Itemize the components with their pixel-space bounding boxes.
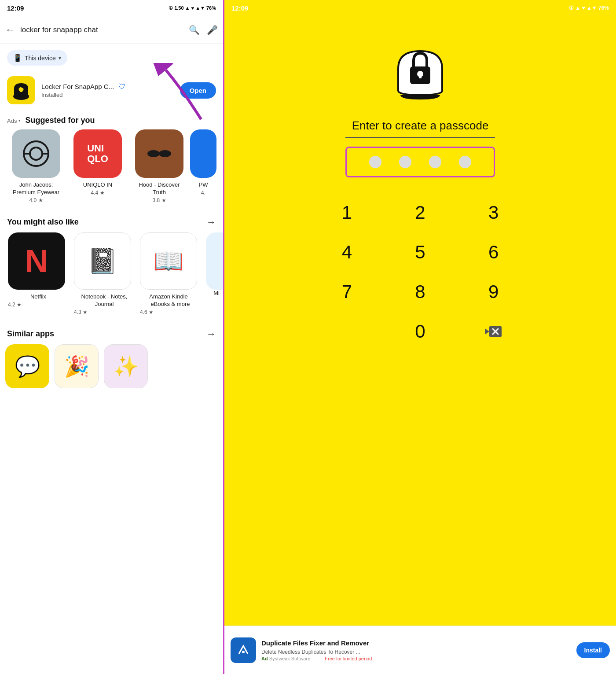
similar-app-2[interactable]: 🎉 xyxy=(55,344,99,388)
icon-mi xyxy=(206,232,223,290)
app-card-rating-netflix: 4.2 ★ xyxy=(8,302,69,308)
svg-point-9 xyxy=(147,150,160,157)
svg-point-19 xyxy=(242,651,245,653)
numpad-row-4: 0 xyxy=(310,314,530,349)
app-card-uniqlo[interactable]: UNIQLO UNIQLO IN 4.4 ★ xyxy=(67,129,128,209)
key-7[interactable]: 7 xyxy=(318,274,375,309)
verified-badge: 🛡 xyxy=(118,83,125,90)
suggested-apps-grid: John Jacobs:Premium Eyewear 4.0 ★ UNIQLO… xyxy=(0,129,223,209)
open-button[interactable]: Open xyxy=(180,82,216,99)
similar-section-header: Similar apps → xyxy=(0,320,223,344)
app-icon-locker xyxy=(7,76,35,104)
left-time: 12:09 xyxy=(7,4,24,12)
filter-label: This device xyxy=(25,55,56,62)
chevron-down-icon: ▾ xyxy=(59,55,61,61)
app-card-kindle[interactable]: 📖 Amazon Kindle -eBooks & more 4.6 ★ xyxy=(137,232,203,320)
suggested-section-header: Ads • Suggested for you xyxy=(0,109,223,129)
app-card-mi[interactable]: Mi xyxy=(203,232,223,320)
you-might-apps-grid: N Netflix 4.2 ★ 📓 Notebook - Notes,Journ… xyxy=(0,232,223,320)
app-info: Locker For SnapApp C... 🛡 Installed xyxy=(41,83,174,98)
similar-app-3[interactable]: ✨ xyxy=(104,344,148,388)
left-status-icons: ① 1.50 ▲ ♥ ▲▼ 76% xyxy=(169,5,216,11)
app-card-rating-jj: 4.0 ★ xyxy=(29,197,43,203)
svg-point-10 xyxy=(159,150,171,157)
similar-apps-area: 💬 🎉 ✨ xyxy=(0,344,223,388)
app-card-notebook[interactable]: 📓 Notebook - Notes,Journal 4.3 ★ xyxy=(71,232,137,320)
icon-netflix: N xyxy=(8,232,65,290)
app-card-name-netflix: Netflix xyxy=(8,293,69,301)
similar-app-1[interactable]: 💬 xyxy=(5,344,49,388)
app-card-rating-uniqlo: 4.4 ★ xyxy=(91,190,104,196)
icon-pw xyxy=(190,129,216,178)
app-card-netflix[interactable]: N Netflix 4.2 ★ xyxy=(5,232,71,320)
search-bar: ← locker for snapapp chat 🔍 🎤 xyxy=(0,16,223,44)
install-button[interactable]: Install xyxy=(576,642,610,658)
key-3[interactable]: 3 xyxy=(465,195,522,230)
mic-icon[interactable]: 🎤 xyxy=(207,25,218,35)
passcode-title: Enter to create a passcode xyxy=(352,119,489,133)
similar-arrow[interactable]: → xyxy=(206,328,216,340)
icon-notebook: 📓 xyxy=(74,232,131,290)
ad-info: Duplicate Files Fixer and Remover Delete… xyxy=(261,639,571,661)
app-card-rating-hood: 3.8 ★ xyxy=(152,197,166,203)
key-8[interactable]: 8 xyxy=(392,274,449,309)
app-card-rating-notebook: 4.3 ★ xyxy=(74,309,135,315)
key-5[interactable]: 5 xyxy=(392,235,449,270)
ad-desc: Delete Needless Duplicates To Recover ..… xyxy=(261,649,571,655)
key-2[interactable]: 2 xyxy=(392,195,449,230)
app-status: Installed xyxy=(41,92,174,98)
numpad-row-3: 7 8 9 xyxy=(310,274,530,309)
free-label: Free for limited period xyxy=(325,656,372,661)
icon-uniqlo: UNIQLO xyxy=(73,129,122,178)
search-actions: 🔍 🎤 xyxy=(189,25,218,35)
similar-apps-row: 💬 🎉 ✨ xyxy=(5,344,218,388)
passcode-underline xyxy=(345,137,495,138)
key-9[interactable]: 9 xyxy=(465,274,522,309)
app-card-pw[interactable]: PW 4. xyxy=(190,129,216,209)
app-card-rating-pw: 4. xyxy=(201,190,205,196)
key-empty xyxy=(318,314,375,349)
right-status-bar: 12:09 ① ▲ ♥ ▲▼ 76% xyxy=(224,0,616,16)
ads-label: Ads • xyxy=(7,118,21,124)
you-might-arrow[interactable]: → xyxy=(206,217,216,228)
svg-rect-13 xyxy=(419,74,422,78)
key-0[interactable]: 0 xyxy=(392,314,449,349)
you-might-title: You might also like xyxy=(7,217,79,227)
svg-point-6 xyxy=(30,147,42,160)
back-button[interactable]: ← xyxy=(5,24,15,36)
app-card-john-jacobs[interactable]: John Jacobs:Premium Eyewear 4.0 ★ xyxy=(5,129,67,209)
key-6[interactable]: 6 xyxy=(465,235,522,270)
passcode-dots-container xyxy=(345,147,495,177)
app-card-hood[interactable]: Hood - DiscoverTruth 3.8 ★ xyxy=(128,129,190,209)
right-status-icons: ① ▲ ♥ ▲▼ 76% xyxy=(569,5,609,11)
icon-john-jacobs xyxy=(12,129,60,178)
ad-label: Ad xyxy=(261,656,268,661)
lock-icon-area xyxy=(392,42,449,106)
backspace-icon xyxy=(485,325,502,338)
app-card-name-jj: John Jacobs:Premium Eyewear xyxy=(13,181,59,196)
lock-icon xyxy=(392,42,449,104)
left-panel: 12:09 ① 1.50 ▲ ♥ ▲▼ 76% ← locker for sna… xyxy=(0,0,224,674)
ad-banner: Duplicate Files Fixer and Remover Delete… xyxy=(224,626,616,674)
ad-company: Systweak Software xyxy=(269,656,311,661)
search-input[interactable]: locker for snapapp chat xyxy=(20,26,183,34)
icon-hood xyxy=(135,129,183,178)
key-backspace[interactable] xyxy=(465,314,522,349)
passcode-dot-1 xyxy=(369,156,381,168)
device-icon: 📱 xyxy=(13,54,22,62)
device-filter-chip[interactable]: 📱 This device ▾ xyxy=(7,50,67,66)
similar-title: Similar apps xyxy=(7,329,54,339)
key-4[interactable]: 4 xyxy=(318,235,375,270)
numpad-row-1: 1 2 3 xyxy=(310,195,530,230)
numpad-row-2: 4 5 6 xyxy=(310,235,530,270)
app-card-name-notebook: Notebook - Notes,Journal xyxy=(74,293,135,308)
key-1[interactable]: 1 xyxy=(318,195,375,230)
right-panel: 12:09 ① ▲ ♥ ▲▼ 76% Enter to create a pas… xyxy=(224,0,616,674)
app-card-name-kindle: Amazon Kindle -eBooks & more xyxy=(140,293,201,308)
numpad: 1 2 3 4 5 6 7 8 9 0 xyxy=(310,195,530,349)
filter-area: 📱 This device ▾ xyxy=(0,44,223,72)
search-icon[interactable]: 🔍 xyxy=(189,25,200,35)
passcode-dot-2 xyxy=(399,156,411,168)
app-name: Locker For SnapApp C... 🛡 xyxy=(41,83,174,91)
passcode-dot-3 xyxy=(429,156,441,168)
